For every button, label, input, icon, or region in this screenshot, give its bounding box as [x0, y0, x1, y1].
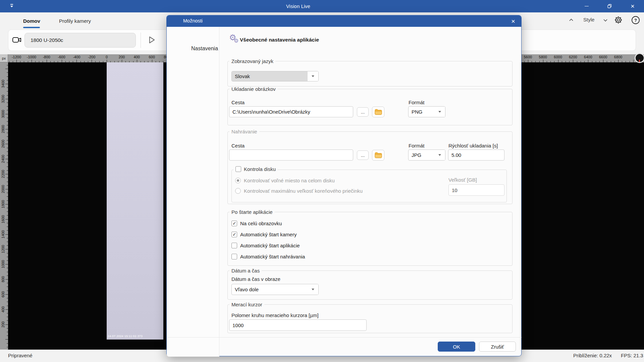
dialog-close-button[interactable]: ✕	[509, 18, 517, 25]
folder-icon	[375, 152, 382, 158]
minimize-icon	[585, 6, 589, 7]
disk-size-input[interactable]: 10	[448, 184, 504, 196]
v-ruler-label: 200	[1, 321, 5, 327]
dialog-sidebar: Nastavenia	[167, 27, 219, 357]
cursor-radius-input[interactable]: 1000	[229, 319, 367, 331]
h-ruler-label: -1000	[27, 55, 36, 59]
datetime-position-label: Dátum a čas v obraze	[231, 276, 280, 282]
startup-checkbox[interactable]	[231, 243, 237, 248]
images-path-label: Cesta	[231, 100, 245, 105]
startup-option-row[interactable]: Na celú obrazovku	[231, 218, 305, 229]
camera-image: 24.07.2024 15:11:02.373	[107, 62, 163, 340]
startup-options: Na celú obrazovkuAutomatický štart kamer…	[231, 218, 305, 262]
startup-checkbox-label: Automatický štart aplikácie	[240, 243, 300, 248]
gear-icon	[614, 15, 623, 24]
title-bar: Vision Live ✕	[0, 0, 644, 12]
startup-option-row[interactable]: Automatický štart aplikácie	[231, 240, 305, 251]
chevron-down-icon	[434, 150, 445, 160]
v-ruler-label: 1800	[1, 200, 5, 208]
startup-checkbox-label: Automatický štart nahrávania	[240, 254, 305, 259]
recording-open-folder-button[interactable]	[372, 150, 384, 161]
v-ruler-label: 2400	[1, 155, 5, 163]
minimize-button[interactable]	[579, 0, 594, 12]
style-chevron-down-icon[interactable]	[602, 17, 608, 23]
tab-home[interactable]: Domov	[23, 16, 40, 26]
sidebar-item-settings[interactable]: Nastavenia	[167, 46, 219, 52]
radio-max-size-row[interactable]: Kontrolovať maximálnu veľkosť koreňového…	[235, 188, 363, 194]
images-path-input[interactable]: C:\Users\nunha\OneDrive\Obrázky	[229, 106, 353, 117]
v-ruler-label: 600	[1, 291, 5, 297]
language-select[interactable]: Slovak	[231, 71, 319, 81]
startup-option-row[interactable]: Automatický štart nahrávania	[231, 251, 305, 262]
restore-button[interactable]	[602, 0, 617, 12]
startup-checkbox[interactable]	[231, 221, 237, 226]
vertical-ruler: 3400320030002800260024002200200018001600…	[0, 62, 8, 350]
play-button[interactable]	[146, 35, 156, 45]
dialog-title-bar: Možnosti ✕	[167, 15, 521, 27]
startup-checkbox-label: Na celú obrazovku	[240, 221, 282, 226]
radio-free-space-row[interactable]: Kontrolovať voľné miesto na celom disku	[235, 178, 335, 183]
ok-button[interactable]: OK	[438, 342, 475, 352]
h-ruler-label: 5800	[539, 55, 547, 59]
recording-path-input[interactable]	[229, 149, 353, 161]
datetime-position-select[interactable]: Vľavo dole	[231, 284, 319, 295]
h-ruler-label: 600	[149, 55, 155, 59]
orientation-dial[interactable]	[635, 53, 644, 63]
h-ruler-label: -400	[73, 55, 80, 59]
startup-checkbox[interactable]	[231, 232, 237, 237]
dialog-title: Možnosti	[183, 18, 203, 23]
images-browse-button[interactable]: ...	[357, 107, 369, 117]
status-fps: FPS: 21.3	[621, 353, 643, 358]
dialog-heading: Všeobecné nastavenia aplikácie	[240, 37, 319, 43]
h-ruler-label: 6800	[614, 55, 622, 59]
v-ruler-label: 2600	[1, 140, 5, 148]
restore-icon	[607, 4, 612, 8]
v-ruler-label: 1200	[1, 245, 5, 253]
tab-camera-profiles[interactable]: Profily kamery	[59, 16, 91, 26]
v-ruler-label: 3200	[1, 95, 5, 103]
radio-max-size[interactable]	[235, 188, 241, 194]
settings-gear-button[interactable]	[614, 15, 623, 24]
group-image-saving: Ukladanie obrázkov	[227, 86, 513, 125]
recording-format-select[interactable]: JPG	[408, 149, 445, 161]
images-open-folder-button[interactable]	[372, 107, 384, 117]
disk-check-checkbox[interactable]	[235, 166, 241, 172]
disk-check-label: Kontrola disku	[244, 166, 276, 172]
folder-icon	[375, 109, 382, 115]
group-language-legend: Zobrazovaný jazyk	[229, 58, 275, 64]
style-dropdown[interactable]: Style	[583, 17, 594, 22]
group-startup-legend: Po štarte aplikácie	[229, 209, 275, 215]
recording-path-label: Cesta	[231, 143, 245, 148]
v-ruler-label: 1400	[1, 230, 5, 238]
group-recording-legend: Nahrávanie	[229, 129, 259, 134]
chevron-down-icon	[308, 71, 318, 81]
question-mark-icon: ?	[631, 16, 640, 24]
v-ruler-label: 2000	[1, 185, 5, 193]
cancel-button[interactable]: Zrušiť	[479, 342, 516, 352]
v-ruler-label: 3000	[1, 110, 5, 118]
h-ruler-label: -1200	[12, 55, 21, 59]
h-ruler-label: 0	[106, 55, 108, 59]
startup-option-row[interactable]: Automatický štart kamery	[231, 229, 305, 240]
images-format-select[interactable]: PNG	[408, 106, 445, 117]
svg-text:?: ?	[634, 18, 637, 23]
status-zoom: Priblíženie: 0.22x	[573, 353, 612, 358]
collapse-ribbon-icon[interactable]	[568, 17, 574, 23]
close-button[interactable]: ✕	[625, 0, 640, 12]
camera-selector[interactable]: 1800 U-2050c	[24, 33, 136, 48]
recording-browse-button[interactable]: ...	[357, 150, 369, 160]
radio-free-space[interactable]	[235, 178, 241, 183]
v-ruler-label: 1600	[1, 215, 5, 223]
images-format-label: Formát	[409, 100, 425, 105]
h-ruler-label: -800	[43, 55, 50, 59]
help-button[interactable]: ?	[631, 16, 640, 24]
h-ruler-label: 6000	[554, 55, 562, 59]
recording-rate-input[interactable]: 5.00	[448, 149, 504, 161]
h-ruler-label: -200	[88, 55, 95, 59]
startup-checkbox[interactable]	[231, 254, 237, 259]
toolbar-separator	[141, 33, 141, 48]
v-ruler-label: 1000	[1, 260, 5, 268]
v-ruler-label: 800	[1, 276, 5, 282]
recording-rate-label: Rýchlosť ukladania [s]	[448, 143, 498, 148]
h-ruler-label: 400	[134, 55, 140, 59]
